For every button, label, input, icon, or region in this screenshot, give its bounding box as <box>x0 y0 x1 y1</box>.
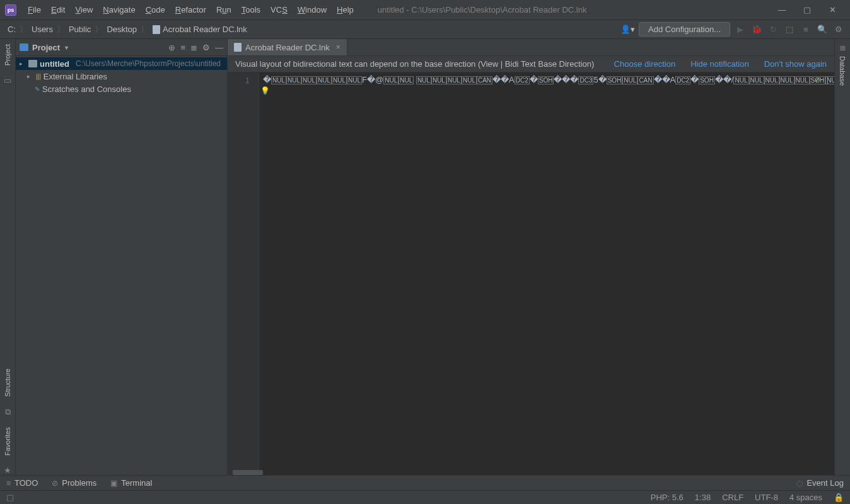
tool-window-project[interactable]: Project <box>4 43 11 67</box>
star-icon[interactable]: ★ <box>4 466 11 475</box>
title-bar: ps File Edit View Navigate Code Refactor… <box>0 0 850 20</box>
menu-vcs[interactable]: VCS <box>265 3 293 17</box>
intention-bulb-icon[interactable]: 💡 <box>260 86 270 95</box>
breadcrumb-root[interactable]: C: <box>5 23 18 35</box>
tool-window-favorites[interactable]: Favorites <box>4 426 11 457</box>
editor-tabs: Acrobat Reader DC.lnk × <box>228 39 834 56</box>
project-tree: ▸ untitled C:\Users\Merche\PhpstormProje… <box>16 56 227 475</box>
line-number: 1 <box>228 75 250 86</box>
project-panel-header: Project ⊕ ≡ ≣ ⚙ — <box>16 39 227 56</box>
panel-settings-icon[interactable]: ⚙ <box>202 43 210 52</box>
menu-edit[interactable]: Edit <box>46 3 70 17</box>
dont-show-again-link[interactable]: Don't show again <box>764 59 827 69</box>
tree-scratches[interactable]: ✎ Scratches and Consoles <box>16 83 227 95</box>
problems-icon: ⊘ <box>52 479 58 488</box>
expand-all-icon[interactable]: ≡ <box>180 43 185 52</box>
close-tab-icon[interactable]: × <box>336 43 341 52</box>
bottom-tool-bar: ≡TODO ⊘Problems ▣Terminal ◌Event Log <box>0 475 850 490</box>
tab-label: Acrobat Reader DC.lnk <box>245 43 330 52</box>
menu-view[interactable]: View <box>70 3 98 17</box>
tree-external-libraries[interactable]: ▸ ||| External Libraries <box>16 70 227 83</box>
status-bar: ▢ PHP: 5.6 1:38 CRLF UTF-8 4 spaces 🔒 <box>0 490 850 504</box>
chevron-right-icon: ▸ <box>27 73 33 79</box>
collapse-all-icon[interactable]: ≣ <box>190 43 197 52</box>
structure-icon[interactable]: ⧉ <box>5 407 11 417</box>
file-icon <box>153 25 160 34</box>
search-everywhere-icon[interactable]: 🔍 <box>816 23 829 36</box>
profiler-icon[interactable]: ⬚ <box>783 23 796 36</box>
chevron-right-icon: 〉 <box>55 24 66 35</box>
choose-direction-link[interactable]: Choose direction <box>614 59 676 69</box>
project-tool-window: Project ⊕ ≡ ≣ ⚙ — ▸ untitled C:\Users\Me… <box>16 39 228 475</box>
settings-icon[interactable]: ⚙ <box>832 23 845 36</box>
tree-root[interactable]: ▸ untitled C:\Users\Merche\PhpstormProje… <box>16 57 227 70</box>
status-line-ending[interactable]: CRLF <box>722 493 743 502</box>
tool-window-problems[interactable]: ⊘Problems <box>52 478 96 488</box>
tool-window-todo[interactable]: ≡TODO <box>6 478 38 488</box>
library-icon: ||| <box>36 73 41 80</box>
status-caret-position[interactable]: 1:38 <box>695 493 711 502</box>
event-log-icon: ◌ <box>796 479 803 488</box>
tool-window-terminal[interactable]: ▣Terminal <box>110 478 152 488</box>
menu-file[interactable]: File <box>23 3 46 17</box>
notification-message: Visual layout of bidirectional text can … <box>235 59 594 69</box>
menu-window[interactable]: Window <box>293 3 332 17</box>
status-php[interactable]: PHP: 5.6 <box>651 493 684 502</box>
todo-icon: ≡ <box>6 479 11 488</box>
lock-icon[interactable]: 🔒 <box>834 493 844 502</box>
file-icon <box>234 43 242 52</box>
database-icon[interactable]: ≣ <box>839 43 846 52</box>
add-configuration-button[interactable]: Add Configuration... <box>639 22 730 37</box>
breadcrumb-file[interactable]: Acrobat Reader DC.lnk <box>150 23 250 35</box>
window-title: untitled - C:\Users\Public\Desktop\Acrob… <box>378 5 587 14</box>
chevron-right-icon: 〉 <box>93 24 104 35</box>
editor-body: 1 💡 ✔ ⋮ �NULNULNULNULNULNULF�@NULNUL NUL… <box>228 72 834 475</box>
window-close[interactable]: ✕ <box>820 0 845 20</box>
editor-area: Acrobat Reader DC.lnk × Visual layout of… <box>228 39 834 475</box>
breadcrumb-item[interactable]: Users <box>29 23 55 35</box>
breadcrumb-item[interactable]: Public <box>66 23 93 35</box>
code-with-me-icon[interactable]: 👤▾ <box>620 25 635 34</box>
window-minimize[interactable]: — <box>769 0 795 20</box>
right-tool-strip: ≣ Database <box>834 39 850 475</box>
folder-icon <box>28 60 37 67</box>
app-icon: ps <box>5 4 16 16</box>
status-indent[interactable]: 4 spaces <box>789 493 822 502</box>
tool-window-database[interactable]: Database <box>839 55 846 87</box>
chevron-right-icon: ▸ <box>20 60 26 67</box>
chevron-right-icon: 〉 <box>18 24 29 35</box>
horizontal-scrollbar[interactable] <box>233 470 263 475</box>
code-content[interactable]: 💡 ✔ ⋮ �NULNULNULNULNULNULF�@NULNUL NULNU… <box>259 72 834 475</box>
breadcrumb-item[interactable]: Desktop <box>104 23 139 35</box>
editor-gutter: 1 <box>228 72 259 475</box>
editor-notification-bar: Visual layout of bidirectional text can … <box>228 56 834 72</box>
left-tool-strip: Project ▭ Structure ⧉ Favorites ★ <box>0 39 16 475</box>
status-encoding[interactable]: UTF-8 <box>755 493 778 502</box>
stop-icon[interactable]: ■ <box>800 23 812 36</box>
run-icon[interactable]: ▶ <box>734 23 747 36</box>
tool-windows-icon[interactable]: ▢ <box>6 493 14 502</box>
scratches-icon: ✎ <box>35 86 40 93</box>
menu-navigate[interactable]: Navigate <box>98 3 140 17</box>
tool-window-event-log[interactable]: ◌Event Log <box>796 478 844 488</box>
menu-refactor[interactable]: Refactor <box>170 3 211 17</box>
project-panel-title[interactable]: Project <box>20 43 68 52</box>
chevron-right-icon: 〉 <box>139 24 150 35</box>
menu-tools[interactable]: Tools <box>236 3 265 17</box>
editor-tab[interactable]: Acrobat Reader DC.lnk × <box>228 39 347 55</box>
menu-help[interactable]: Help <box>332 3 359 17</box>
locate-icon[interactable]: ⊕ <box>168 43 175 52</box>
nav-bar: C:〉 Users〉 Public〉 Desktop〉 Acrobat Read… <box>0 20 850 39</box>
tool-window-structure[interactable]: Structure <box>4 367 11 398</box>
menu-code[interactable]: Code <box>141 3 170 17</box>
window-maximize[interactable]: ▢ <box>795 0 820 20</box>
project-icon <box>20 43 28 51</box>
bookmarks-icon[interactable]: ▭ <box>4 76 11 85</box>
hide-notification-link[interactable]: Hide notification <box>690 59 749 69</box>
inspection-ok-icon[interactable]: ✔ ⋮ <box>814 75 832 84</box>
debug-icon[interactable]: 🐞 <box>750 23 763 36</box>
menu-run[interactable]: Run <box>211 3 236 17</box>
coverage-icon[interactable]: ↻ <box>767 23 779 36</box>
hide-panel-icon[interactable]: — <box>215 43 223 52</box>
terminal-icon: ▣ <box>110 479 117 488</box>
